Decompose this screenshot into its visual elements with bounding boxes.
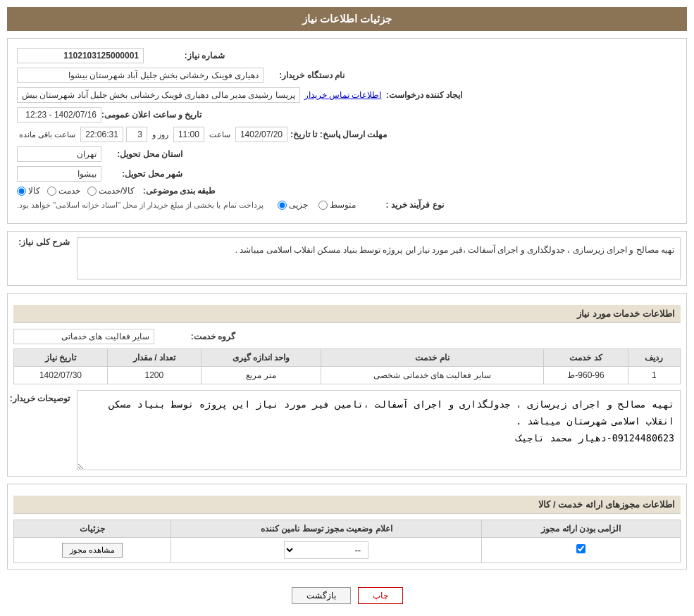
deadline-row: مهلت ارسال پاسخ: تا تاریخ: 1402/07/20 سا… [17, 127, 677, 142]
page-header: جزئیات اطلاعات نیاز [7, 7, 687, 31]
need-description-text: تهیه مصالح و اجرای زیرسازی ، جدولگذاری و… [77, 237, 681, 279]
footer-buttons: چاپ بازگشت [7, 580, 687, 611]
category-kala-option[interactable]: کالا [17, 186, 40, 196]
service-group-value: سایر فعالیت های خدماتی [13, 329, 154, 344]
purchase-type-row: نوع فرآیند خرید : متوسط جزیی پرداخت تمام… [17, 200, 677, 210]
need-number-row: شماره نیاز: 1102103125000001 [17, 48, 677, 63]
city-label: شهر محل تحویل: [101, 169, 186, 179]
permit-col-required: الزامی بودن ارائه مجوز [482, 520, 681, 537]
col-service-code: کد خدمت [544, 349, 628, 367]
announce-date-value: 1402/07/16 - 12:23 [17, 107, 101, 122]
permit-status-cell: -- [171, 537, 482, 562]
services-table: ردیف کد خدمت نام خدمت واحد اندازه گیری ت… [13, 348, 681, 384]
buyer-notes-title: توصیحات خریدار: [13, 390, 70, 403]
requester-label: ایجاد کننده درخواست: [381, 90, 466, 100]
deadline-label: مهلت ارسال پاسخ: تا تاریخ: [290, 130, 390, 139]
deadline-remaining: 22:06:31 [80, 127, 123, 142]
deadline-remaining-label: ساعت باقی مانده [19, 130, 75, 139]
city-value: بیشوا [17, 166, 101, 182]
requester-contact-link[interactable]: اطلاعات تماس خریدار [304, 90, 382, 100]
purchase-type-motovaset[interactable]: متوسط [318, 200, 356, 210]
col-quantity: تعداد / مقدار [107, 349, 201, 367]
need-number-label: شماره نیاز: [144, 51, 228, 61]
buyer-org-value: دهیاری فوینک رخشانی بخش جلیل آباد شهرستا… [17, 68, 264, 83]
col-service-name: نام خدمت [321, 349, 543, 367]
deadline-days-label: روز و [152, 130, 168, 139]
permits-table: الزامی بودن ارائه مجوز اعلام وضعیت مجوز … [13, 520, 681, 563]
purchase-type-options: متوسط جزیی [278, 200, 356, 210]
requester-row: ایجاد کننده درخواست: اطلاعات تماس خریدار… [17, 87, 677, 103]
permit-col-details: جزئیات [14, 520, 171, 537]
col-unit: واحد اندازه گیری [201, 349, 321, 367]
buyer-notes-textarea[interactable] [77, 390, 681, 470]
back-button[interactable]: بازگشت [292, 587, 351, 604]
deadline-date: 1402/07/20 [235, 127, 287, 142]
print-button[interactable]: چاپ [358, 587, 403, 604]
need-number-value: 1102103125000001 [17, 48, 144, 63]
services-table-row: 1960-96-طسایر فعالیت های خدماتی شخصیمتر … [14, 367, 681, 384]
deadline-time: 11:00 [173, 127, 204, 142]
services-section-title: اطلاعات خدمات مورد نیاز [13, 305, 681, 323]
purchase-type-label: نوع فرآیند خرید : [363, 200, 447, 210]
main-info-section: شماره نیاز: 1102103125000001 نام دستگاه … [7, 38, 687, 224]
buyer-org-row: نام دستگاه خریدار: دهیاری فوینک رخشانی ب… [17, 68, 677, 83]
need-desc-section: تهیه مصالح و اجرای زیرسازی ، جدولگذاری و… [7, 231, 687, 286]
purchase-type-jozi[interactable]: جزیی [278, 200, 308, 210]
view-permit-button[interactable]: مشاهده مجوز [62, 543, 123, 558]
permit-required-checkbox[interactable] [576, 544, 585, 553]
permits-section-title: اطلاعات مجوزهای ارائه خدمت / کالا [13, 496, 681, 514]
permit-details-cell: مشاهده مجوز [14, 537, 171, 562]
requester-value: پریسا رشیدی مدیر مالی دهیاری فوینک رخشان… [17, 87, 300, 103]
category-radio-group: کالا/خدمت خدمت کالا [17, 186, 135, 196]
service-group-label: گروه خدمت: [154, 332, 239, 341]
permits-section: اطلاعات مجوزهای ارائه خدمت / کالا الزامی… [7, 484, 687, 570]
permit-status-select[interactable]: -- [284, 541, 368, 559]
category-label: طبقه بندی موضوعی: [135, 186, 219, 196]
permit-row: -- مشاهده مجوز [14, 537, 681, 562]
permit-col-status: اعلام وضعیت مجوز توسط نامین کننده [171, 520, 482, 537]
announce-date-row: تاریخ و ساعت اعلان عمومی: 1402/07/16 - 1… [17, 107, 677, 122]
province-value: تهران [17, 146, 101, 162]
city-row: شهر محل تحویل: بیشوا [17, 166, 677, 182]
header-title: جزئیات اطلاعات نیاز [302, 13, 392, 25]
province-label: استان محل تحویل: [101, 149, 186, 159]
col-rownum: ردیف [628, 349, 680, 367]
need-desc-title: شرح کلی نیاز: [13, 237, 70, 247]
announce-date-label: تاریخ و ساعت اعلان عمومی: [101, 110, 205, 120]
province-row: استان محل تحویل: تهران [17, 146, 677, 162]
deadline-days: 3 [126, 127, 147, 142]
deadline-time-label: ساعت [209, 130, 230, 139]
permit-required-cell [482, 537, 681, 562]
service-group-row: گروه خدمت: سایر فعالیت های خدماتی [13, 329, 681, 344]
category-khadamat-option[interactable]: خدمت [47, 186, 80, 196]
buyer-org-label: نام دستگاه خریدار: [264, 70, 348, 80]
category-kala-khadamat-option[interactable]: کالا/خدمت [87, 186, 135, 196]
col-need-date: تاریخ نیاز [14, 349, 108, 367]
category-row: طبقه بندی موضوعی: کالا/خدمت خدمت کالا [17, 186, 677, 196]
purchase-type-note: پرداخت تمام یا بخشی از مبلغ خریدار از مح… [17, 201, 264, 210]
services-section: اطلاعات خدمات مورد نیاز گروه خدمت: سایر … [7, 293, 687, 477]
